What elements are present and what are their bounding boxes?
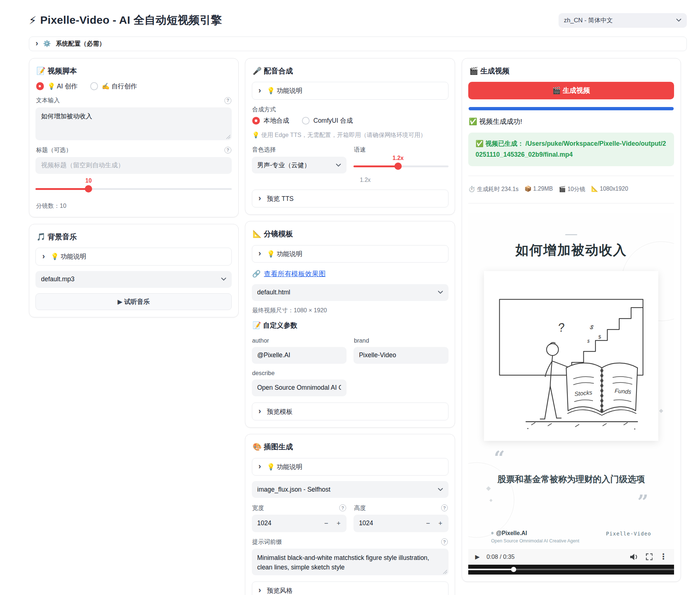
preview-music-button[interactable]: ▶ 试听音乐	[35, 293, 232, 310]
radio-label: ✍️ 自行创作	[102, 82, 137, 91]
svg-text:$: $	[587, 339, 590, 343]
stat-storyboards: 🎬 10分镜	[559, 186, 585, 193]
height-increment-button[interactable]: +	[434, 517, 447, 530]
help-icon[interactable]: ?	[224, 97, 231, 104]
language-value: zh_CN - 简体中文	[564, 16, 613, 24]
volume-icon[interactable]	[630, 554, 639, 560]
radio-ai-create[interactable]: 💡 AI 创作	[36, 82, 77, 91]
divider	[468, 203, 674, 203]
radio-unselected-icon	[302, 117, 310, 125]
music-help-accordion[interactable]: › 💡 功能说明	[35, 248, 232, 266]
label-text: 语速	[354, 146, 366, 154]
video-player[interactable]: 如何增加被动收入	[468, 213, 674, 575]
workflow-select[interactable]: image_flux.json - Selfhost	[252, 481, 449, 498]
help-icon[interactable]: ?	[441, 538, 448, 545]
width-increment-button[interactable]: +	[332, 517, 345, 530]
middle-column: 🎤 配音合成 › 💡 功能说明 合成方式 本地合成 ComfyUI 合成	[245, 58, 455, 595]
link-icon: 🔗	[252, 270, 261, 278]
music-file-select[interactable]: default.mp3	[35, 271, 232, 288]
play-button[interactable]: ▶	[475, 553, 480, 560]
storyboard-count-slider[interactable]: 10	[35, 181, 232, 197]
progress-bar	[469, 107, 674, 110]
height-stepper[interactable]: 1024 − +	[353, 515, 449, 532]
timeline-knob[interactable]	[511, 567, 516, 572]
label-text: author	[252, 337, 269, 344]
illustration-help-accordion[interactable]: › 💡 功能说明	[252, 458, 449, 476]
slider-knob[interactable]	[85, 185, 92, 192]
video-script-panel: 📝 视频脚本 💡 AI 创作 ✍️ 自行创作 文本输入 ?	[29, 58, 239, 218]
width-decrement-button[interactable]: −	[320, 517, 333, 530]
slider-knob[interactable]	[394, 163, 402, 170]
help-icon[interactable]: ?	[224, 147, 231, 154]
radio-unselected-icon	[90, 82, 98, 90]
chevron-right-icon: ›	[258, 195, 261, 202]
brand-input[interactable]	[353, 347, 449, 364]
speed-label: 语速	[354, 146, 448, 154]
chevron-down-icon	[221, 278, 226, 281]
template-preview-accordion[interactable]: › 预览模板	[252, 403, 449, 420]
video-size-note: 最终视频尺寸：1080 × 1920	[252, 306, 448, 314]
width-stepper[interactable]: 1024 − +	[252, 515, 347, 532]
describe-input[interactable]	[252, 379, 347, 396]
divider	[468, 176, 674, 176]
templates-gallery-link[interactable]: 查看所有模板效果图	[264, 269, 326, 279]
generate-video-button[interactable]: 🎬 生成视频	[468, 82, 674, 99]
width-label-row: 宽度 ?	[252, 504, 346, 512]
accordion-label: 预览风格	[267, 586, 292, 595]
speed-slider[interactable]: 1.2x	[353, 159, 449, 174]
select-value: default.html	[257, 289, 290, 296]
speed-readout: 1.2x	[360, 177, 448, 183]
tts-hint: 💡 使用 Edge TTS，无需配置，开箱即用（请确保网络环境可用）	[252, 131, 448, 139]
panel-title: 📐 分镜模板	[253, 229, 447, 239]
height-decrement-button[interactable]: −	[422, 517, 434, 530]
tts-preview-accordion[interactable]: › 预览 TTS	[252, 190, 449, 207]
label-text: 高度	[354, 504, 366, 512]
radio-local-synthesis[interactable]: 本地合成	[252, 116, 289, 125]
panel-title: 🎬 生成视频	[469, 66, 673, 76]
panel-title: 🎵 背景音乐	[37, 232, 231, 242]
slide-caption: 股票和基金常被称为理财的入门级选项	[477, 473, 665, 485]
timeline-progress	[468, 569, 514, 570]
slide-author-subtitle: Open Source Omnimodal AI Creative Agent	[491, 538, 579, 543]
prompt-prefix-input[interactable]: Minimalist black-and-white matchstick fi…	[252, 549, 449, 575]
generate-video-panel: 🎬 生成视频 🎬 生成视频 ✅ 视频生成成功! ✅ 视频已生成： /Users/…	[462, 58, 681, 582]
chevron-right-icon: ›	[35, 41, 38, 47]
author-input[interactable]	[252, 347, 347, 364]
page-title-text: Pixelle-Video - AI 全自动短视频引擎	[40, 13, 222, 28]
main-columns: 📝 视频脚本 💡 AI 创作 ✍️ 自行创作 文本输入 ?	[29, 58, 700, 595]
radio-comfyui-synthesis[interactable]: ComfyUI 合成	[302, 116, 353, 125]
chevron-right-icon: ›	[258, 587, 261, 594]
slider-fill	[35, 188, 88, 190]
tts-help-accordion[interactable]: › 💡 功能说明	[252, 82, 449, 100]
gear-icon: ⚙️	[43, 40, 51, 47]
chevron-right-icon: ›	[258, 88, 261, 94]
help-icon[interactable]: ?	[441, 504, 448, 511]
slide-author-block: @Pixelle.AI Open Source Omnimodal AI Cre…	[491, 530, 579, 543]
radio-label: 💡 AI 创作	[48, 82, 77, 91]
template-select[interactable]: default.html	[252, 284, 449, 301]
author-label: author	[252, 337, 346, 344]
label-text: describe	[252, 370, 275, 377]
resize-grip-icon[interactable]	[226, 135, 230, 139]
label-text: 合成方式	[252, 106, 276, 114]
stat-duration: ⏱️ 生成耗时 234.1s	[468, 186, 518, 193]
system-config-accordion[interactable]: › ⚙️ 系统配置（必需）	[29, 37, 687, 51]
voice-select[interactable]: 男声-专业（云健）	[252, 157, 347, 173]
chevron-right-icon: ›	[258, 251, 261, 257]
radio-manual-create[interactable]: ✍️ 自行创作	[90, 82, 137, 91]
title-label: 标题（可选）	[36, 146, 72, 154]
language-select[interactable]: zh_CN - 简体中文	[559, 13, 687, 28]
template-help-accordion[interactable]: › 💡 功能说明	[252, 245, 449, 263]
fullscreen-icon[interactable]	[646, 553, 653, 560]
storyboard-template-panel: 📐 分镜模板 › 💡 功能说明 🔗 查看所有模板效果图 default.html…	[245, 221, 455, 428]
background-music-panel: 🎵 背景音乐 › 💡 功能说明 default.mp3 ▶ 试听音乐	[29, 224, 239, 317]
more-options-icon[interactable]: ⋮	[659, 552, 667, 561]
resize-grip-icon[interactable]	[443, 570, 447, 574]
speed-column: 语速 1.2x 1.2x	[353, 140, 449, 183]
script-text-input[interactable]: 如何增加被动收入	[35, 107, 232, 140]
video-timeline[interactable]	[468, 565, 674, 575]
style-preview-accordion[interactable]: › 预览风格	[252, 581, 449, 595]
help-icon[interactable]: ?	[339, 504, 346, 511]
video-title-input[interactable]	[35, 157, 232, 174]
gallery-link-row: 🔗 查看所有模板效果图	[252, 269, 448, 279]
